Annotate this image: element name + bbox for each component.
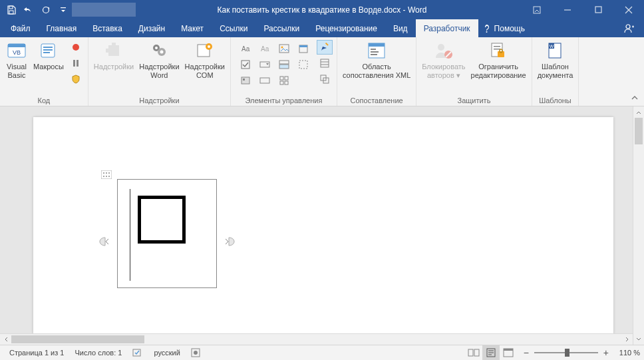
tab-insert[interactable]: Вставка	[84, 19, 130, 37]
tab-home[interactable]: Главная	[39, 19, 85, 37]
legacy-tools-button[interactable]	[238, 73, 253, 88]
zoom-slider-thumb[interactable]	[565, 349, 569, 357]
visual-basic-button[interactable]: VB Visual Basic	[3, 39, 31, 81]
tab-references[interactable]: Ссылки	[212, 19, 255, 37]
read-mode-button[interactable]	[465, 345, 482, 360]
group-templates: W Шаблон документа Шаблоны	[532, 37, 579, 106]
word-addins-button[interactable]: Надстройки Word	[136, 39, 182, 81]
group-control-button[interactable]	[295, 57, 311, 72]
save-button[interactable]	[3, 0, 20, 19]
plain-text-control-button[interactable]: Aa	[257, 41, 273, 56]
design-mode-button[interactable]	[317, 40, 333, 55]
square-shape[interactable]	[138, 196, 186, 244]
svg-rect-38	[279, 65, 289, 69]
scroll-left-button[interactable]	[0, 334, 11, 345]
checkbox-control-button[interactable]	[238, 57, 253, 72]
ribbon-options-button[interactable]	[522, 0, 552, 19]
rich-text-control-button[interactable]: Aa	[238, 41, 253, 56]
share-button[interactable]	[615, 19, 644, 37]
content-control-frame[interactable]	[117, 179, 217, 288]
xml-mapping-label: Область сопоставления XML	[343, 63, 410, 80]
account-area[interactable]	[72, 3, 136, 17]
com-addins-icon	[194, 40, 216, 61]
page[interactable]	[33, 117, 613, 334]
vertical-scrollbar[interactable]	[633, 106, 644, 345]
scroll-up-button[interactable]	[633, 106, 644, 118]
vertical-scroll-thumb[interactable]	[635, 118, 643, 144]
tab-view[interactable]: Вид	[385, 19, 416, 37]
scroll-right-button[interactable]	[621, 334, 633, 345]
page-number-status[interactable]: Страница 1 из 1	[4, 345, 69, 360]
xml-mapping-button[interactable]: Область сопоставления XML	[340, 39, 413, 81]
word-count-status[interactable]: Число слов: 1	[69, 345, 127, 360]
svg-rect-35	[279, 45, 289, 53]
date-picker-control-button[interactable]	[295, 41, 311, 56]
print-layout-button[interactable]	[482, 345, 500, 360]
tell-me-button[interactable]: Помощь	[478, 19, 533, 37]
com-addins-button[interactable]: Надстройки COM	[182, 39, 228, 81]
redo-button[interactable]	[37, 0, 55, 19]
tab-review[interactable]: Рецензирование	[307, 19, 385, 37]
language-status[interactable]: русский	[148, 345, 185, 360]
macros-button[interactable]: Макросы	[31, 39, 67, 73]
macro-security-button[interactable]	[68, 72, 84, 87]
handle-left[interactable]	[99, 237, 111, 246]
undo-button[interactable]	[20, 0, 37, 19]
zoom-level[interactable]: 110 %	[615, 349, 640, 357]
svg-rect-61	[494, 46, 500, 47]
tab-file[interactable]: Файл	[3, 19, 39, 37]
status-bar: Страница 1 из 1 Число слов: 1 русский − …	[0, 345, 644, 360]
properties-button[interactable]	[317, 56, 333, 71]
svg-point-74	[108, 176, 110, 177]
tab-layout[interactable]: Макет	[173, 19, 212, 37]
tab-developer[interactable]: Разработчик	[416, 19, 478, 37]
zoom-out-button[interactable]: −	[521, 347, 532, 358]
combobox-control-button[interactable]	[257, 57, 273, 72]
com-addins-label: Надстройки COM	[185, 63, 225, 80]
horizontal-scrollbar[interactable]	[0, 333, 633, 345]
collapse-ribbon-button[interactable]	[629, 92, 640, 103]
svg-point-23	[155, 47, 158, 49]
minimize-button[interactable]	[552, 0, 583, 19]
record-macro-button[interactable]	[68, 40, 84, 55]
qat-customize-button[interactable]	[55, 0, 72, 19]
group-controls: Aa Aa	[231, 37, 337, 106]
macros-label: Макросы	[33, 63, 64, 71]
building-block-control-button[interactable]	[257, 73, 273, 88]
tab-design[interactable]: Дизайн	[130, 19, 173, 37]
picture-control-button[interactable]	[276, 41, 292, 56]
svg-point-57	[438, 44, 444, 51]
close-button[interactable]	[613, 0, 644, 19]
restrict-editing-button[interactable]: Ограничить редактирование	[468, 39, 529, 81]
svg-rect-17	[43, 52, 50, 53]
scroll-down-button[interactable]	[633, 333, 644, 345]
web-layout-button[interactable]	[500, 345, 517, 360]
svg-rect-68	[101, 170, 112, 179]
group-ungroup-button[interactable]	[317, 72, 333, 87]
zoom-in-button[interactable]: +	[601, 347, 611, 358]
block-authors-button[interactable]: Блокировать авторов ▾	[419, 39, 468, 81]
svg-rect-85	[504, 349, 513, 351]
svg-rect-62	[494, 49, 500, 50]
document-template-button[interactable]: W Шаблон документа	[535, 39, 576, 81]
svg-rect-15	[43, 47, 53, 48]
svg-rect-47	[321, 59, 329, 67]
svg-rect-40	[285, 77, 288, 80]
svg-rect-46	[325, 43, 329, 46]
maximize-button[interactable]	[583, 0, 613, 19]
svg-point-69	[103, 172, 104, 174]
pause-recording-button[interactable]	[68, 56, 84, 71]
group-controls-label: Элементы управления	[234, 96, 334, 106]
addins-button[interactable]: Надстройки	[91, 39, 136, 73]
handle-right[interactable]	[223, 237, 235, 246]
window-title: Как поставить крестик в квадратике в Вор…	[218, 5, 427, 15]
svg-point-72	[103, 176, 104, 177]
repeating-section-control-button[interactable]	[276, 73, 292, 88]
spellcheck-status[interactable]	[127, 345, 148, 360]
horizontal-scroll-thumb[interactable]	[11, 335, 144, 343]
tab-mailings[interactable]: Рассылки	[255, 19, 307, 37]
dropdown-control-button[interactable]	[276, 57, 292, 72]
macro-recording-status[interactable]	[186, 345, 206, 360]
svg-point-70	[106, 172, 107, 174]
zoom-slider-track[interactable]	[534, 352, 598, 353]
